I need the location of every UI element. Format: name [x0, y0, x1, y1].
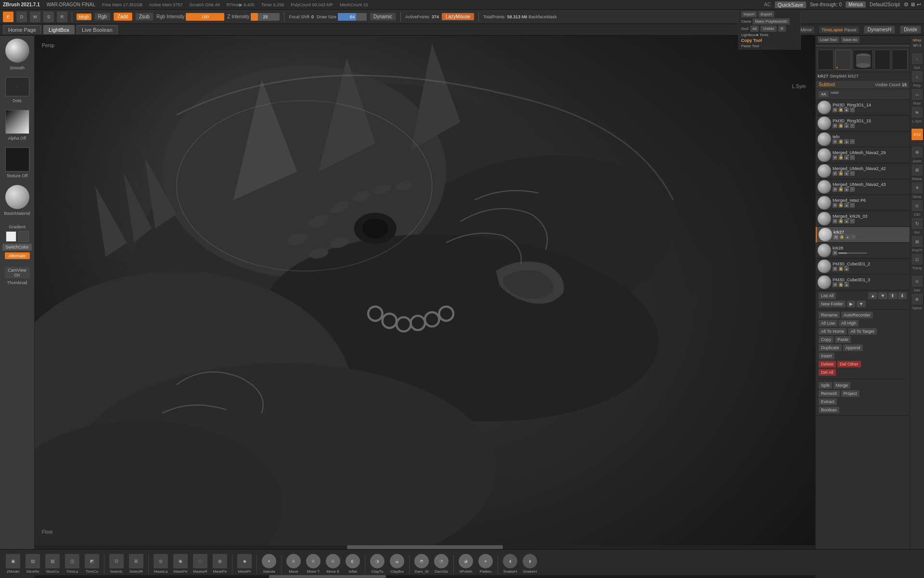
bt-selectr[interactable]: ⊞ SelectR: [127, 553, 145, 575]
bt-meshpr[interactable]: ◆ MeshPr: [235, 553, 254, 575]
list-all-button[interactable]: List All: [819, 292, 836, 299]
eye-icon-8[interactable]: 👁: [834, 235, 838, 239]
visible-btn[interactable]: Visible: [760, 26, 776, 32]
material-sphere[interactable]: [5, 185, 29, 209]
split-button[interactable]: Split: [819, 382, 832, 389]
dots-preview[interactable]: ···: [5, 77, 29, 96]
bt-standa[interactable]: ● Standa: [260, 553, 278, 575]
subtool-item-3[interactable]: Merged_UMesh_hlava2_29 👁 🔒 ● ⋯: [816, 147, 910, 163]
draw-tool-icon[interactable]: D: [16, 12, 27, 22]
bt-snakeh1[interactable]: ◖ SnakeH: [501, 553, 519, 575]
eye-icon-0[interactable]: 👁: [833, 107, 837, 112]
more-icon-1[interactable]: ⋯: [850, 123, 855, 128]
thumb-mesh3[interactable]: [853, 50, 873, 70]
list-up-btn[interactable]: ▲: [868, 292, 877, 299]
bt-slicecu[interactable]: ▥ SliceCu: [43, 553, 62, 575]
vis-icon-3[interactable]: ●: [844, 155, 849, 160]
thumb-mesh1[interactable]: [818, 50, 834, 70]
frame-btn[interactable]: ⊞: [911, 164, 924, 176]
paste-button[interactable]: Paste: [835, 336, 851, 343]
camview-on-button[interactable]: CamView On: [5, 267, 30, 278]
bt-damstz[interactable]: ◔ DamStz: [432, 553, 450, 575]
grad-swatch-white[interactable]: [6, 231, 16, 242]
subtool-item-1[interactable]: PM3D_Ring3D1_15 👁 🔒 ● ⋯: [816, 116, 910, 131]
divide-button[interactable]: Divide: [900, 26, 921, 34]
scroll-btn[interactable]: ↕: [911, 53, 924, 65]
z-intensity-slider[interactable]: 25: [251, 13, 280, 21]
bt-maskpe2[interactable]: ◍ MaskPe: [211, 553, 229, 575]
texture-preview[interactable]: [5, 147, 29, 171]
subtool-item-11[interactable]: PM3D_Cube3D1_3 👁 🔒 ●: [816, 275, 910, 290]
lock-icon-7[interactable]: 🔒: [838, 219, 843, 223]
lsym-btn[interactable]: ⇋: [911, 106, 924, 118]
del-all-button[interactable]: Del All: [819, 369, 836, 376]
tab-lightbox[interactable]: LightBox: [43, 25, 75, 34]
load-tool-btn[interactable]: Load Tool: [818, 37, 839, 43]
new-folder-down[interactable]: ▼: [857, 301, 866, 307]
dynamic-button[interactable]: Dynamic: [370, 13, 396, 21]
bottom-hscroll-thumb[interactable]: [269, 575, 386, 578]
append-button[interactable]: Append: [843, 344, 863, 351]
bt-inflat[interactable]: ◐ Inflat: [344, 553, 362, 575]
make-polymesh3d-btn[interactable]: Make PolyMesh3D: [753, 18, 790, 25]
bt-flatten[interactable]: ● Flatten: [476, 553, 495, 575]
autorecorder-button[interactable]: AutoRecorder: [841, 312, 873, 318]
save-as-btn[interactable]: Save As: [841, 37, 860, 43]
delete-button[interactable]: Delete: [819, 361, 836, 368]
vis-icon-1[interactable]: ●: [844, 123, 849, 128]
bt-movee[interactable]: ⊘ Move E: [324, 553, 342, 575]
more-icon-4[interactable]: ⋯: [850, 171, 855, 176]
menus-btn[interactable]: Menus: [846, 1, 866, 8]
lock-icon-6[interactable]: 🔒: [838, 203, 843, 208]
lock-icon-10[interactable]: 🔒: [838, 266, 843, 271]
lock-icon-3[interactable]: 🔒: [838, 155, 843, 160]
subtool-item-0[interactable]: PM3D_Ring3D1_14 👁 🔒 ● ⋯: [816, 100, 910, 116]
vis-icon-7[interactable]: ●: [844, 219, 849, 223]
bt-hpolish[interactable]: ◕ hPolish: [457, 553, 475, 575]
eye-icon-11[interactable]: 👁: [833, 282, 837, 287]
remesh-button[interactable]: Remesh: [819, 390, 840, 397]
eye-icon-1[interactable]: 👁: [833, 123, 837, 128]
bt-damst[interactable]: ◓ Dam_St: [412, 553, 431, 575]
lock-icon-5[interactable]: 🔒: [838, 187, 843, 192]
aa-btn[interactable]: AA: [818, 91, 829, 98]
eye-icon-2[interactable]: 👁: [833, 139, 837, 144]
import-btn[interactable]: Import: [741, 11, 757, 17]
copy-button[interactable]: Copy: [819, 336, 834, 343]
vis-icon-4[interactable]: ●: [844, 171, 849, 176]
bt-claybui[interactable]: ◒ ClayBui: [388, 553, 406, 575]
rotate-3d-btn[interactable]: ↻: [911, 217, 924, 230]
vis-icon-0[interactable]: ●: [844, 107, 849, 112]
eye-icon-4[interactable]: 👁: [833, 171, 837, 176]
thumb-mesh5[interactable]: [892, 50, 908, 70]
subtool-item-4[interactable]: Merged_UMesh_hlava2_42 👁 🔒 ● ⋯: [816, 163, 910, 179]
lock-icon-11[interactable]: 🔒: [838, 282, 843, 287]
all-visible-btn[interactable]: All: [750, 26, 759, 32]
zsub-button[interactable]: Zsub: [135, 13, 154, 21]
project-button[interactable]: Project: [841, 390, 860, 397]
all-low-button[interactable]: All Low: [819, 320, 837, 327]
default2script[interactable]: Default2Script: [870, 2, 900, 7]
eye-icon-5[interactable]: 👁: [833, 187, 837, 192]
all-high-button[interactable]: All High: [839, 320, 859, 327]
more-icon-6[interactable]: ⋯: [850, 203, 855, 208]
extract-button[interactable]: Extract: [819, 398, 837, 405]
bt-zmodel[interactable]: ▣ ZModel: [4, 553, 22, 575]
subtool-item-5[interactable]: Merged_UMesh_hlava2_43 👁 🔒 ● ⋯: [816, 179, 910, 195]
eye-icon-3[interactable]: 👁: [833, 155, 837, 160]
more-icon-3[interactable]: ⋯: [850, 155, 855, 160]
list-bottom-btn[interactable]: ⬇: [898, 292, 907, 299]
eye-icon-10[interactable]: 👁: [833, 266, 837, 271]
vis-icon-11[interactable]: ●: [844, 282, 849, 287]
r-btn[interactable]: R: [778, 26, 786, 32]
dragon-canvas[interactable]: Persp Floor L.Sym: [35, 36, 815, 549]
dynamesh-button[interactable]: DynamesH: [864, 26, 895, 34]
tab-home-page[interactable]: Home Page: [3, 25, 41, 34]
perp-btn[interactable]: ⊥: [911, 70, 924, 83]
eye-icon-6[interactable]: 👁: [833, 203, 837, 208]
eye-icon-9[interactable]: 👁: [833, 250, 837, 255]
tranip-btn[interactable]: ◱: [911, 253, 924, 265]
bt-trimla[interactable]: ◫ TrimLa: [63, 553, 81, 575]
bt-maskpe1[interactable]: ◉ MaskPe: [171, 553, 190, 575]
floor-btn[interactable]: ▭: [911, 88, 924, 101]
